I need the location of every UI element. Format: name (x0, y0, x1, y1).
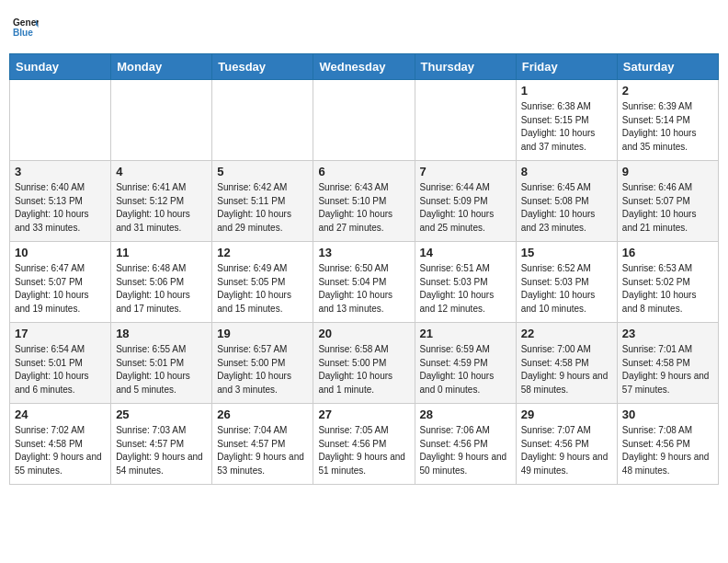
calendar-cell: 8Sunrise: 6:45 AM Sunset: 5:08 PM Daylig… (516, 161, 617, 242)
cell-info: Sunrise: 6:46 AM Sunset: 5:07 PM Dayligh… (622, 181, 713, 235)
cell-info: Sunrise: 7:02 AM Sunset: 4:58 PM Dayligh… (15, 424, 106, 477)
cell-info: Sunrise: 6:59 AM Sunset: 4:59 PM Dayligh… (420, 343, 511, 396)
day-number: 8 (521, 165, 612, 178)
day-number: 1 (521, 84, 612, 98)
cell-info: Sunrise: 6:52 AM Sunset: 5:03 PM Dayligh… (521, 262, 612, 316)
day-number: 25 (116, 408, 207, 421)
calendar-cell: 17Sunrise: 6:54 AM Sunset: 5:01 PM Dayli… (10, 323, 111, 404)
cell-info: Sunrise: 7:01 AM Sunset: 4:58 PM Dayligh… (622, 343, 713, 396)
calendar-cell: 11Sunrise: 6:48 AM Sunset: 5:06 PM Dayli… (111, 242, 212, 323)
calendar-cell: 6Sunrise: 6:43 AM Sunset: 5:10 PM Daylig… (313, 161, 415, 242)
day-number: 4 (116, 165, 207, 178)
page-header: General Blue (9, 9, 719, 46)
day-number: 22 (521, 327, 612, 340)
calendar-cell: 7Sunrise: 6:44 AM Sunset: 5:09 PM Daylig… (415, 161, 516, 242)
calendar-cell: 25Sunrise: 7:03 AM Sunset: 4:57 PM Dayli… (111, 404, 212, 485)
calendar-cell (415, 80, 516, 161)
day-number: 29 (521, 408, 612, 421)
cell-info: Sunrise: 6:51 AM Sunset: 5:03 PM Dayligh… (420, 262, 511, 316)
calendar-cell: 9Sunrise: 6:46 AM Sunset: 5:07 PM Daylig… (617, 161, 718, 242)
calendar-cell: 18Sunrise: 6:55 AM Sunset: 5:01 PM Dayli… (111, 323, 212, 404)
calendar-cell: 24Sunrise: 7:02 AM Sunset: 4:58 PM Dayli… (10, 404, 111, 485)
cell-info: Sunrise: 6:41 AM Sunset: 5:12 PM Dayligh… (116, 181, 207, 235)
cell-info: Sunrise: 6:49 AM Sunset: 5:05 PM Dayligh… (217, 262, 308, 316)
calendar-cell: 12Sunrise: 6:49 AM Sunset: 5:05 PM Dayli… (212, 242, 313, 323)
weekday-friday: Friday (516, 54, 617, 80)
calendar-cell: 3Sunrise: 6:40 AM Sunset: 5:13 PM Daylig… (10, 161, 111, 242)
cell-info: Sunrise: 6:53 AM Sunset: 5:02 PM Dayligh… (622, 262, 713, 316)
day-number: 10 (15, 246, 106, 259)
calendar-cell: 13Sunrise: 6:50 AM Sunset: 5:04 PM Dayli… (313, 242, 415, 323)
calendar-cell: 5Sunrise: 6:42 AM Sunset: 5:11 PM Daylig… (212, 161, 313, 242)
day-number: 5 (217, 165, 308, 178)
calendar-cell: 30Sunrise: 7:08 AM Sunset: 4:56 PM Dayli… (617, 404, 718, 485)
day-number: 27 (318, 408, 409, 421)
day-number: 12 (217, 246, 308, 259)
cell-info: Sunrise: 7:07 AM Sunset: 4:56 PM Dayligh… (521, 424, 612, 477)
logo-icon: General Blue (13, 15, 39, 40)
day-number: 28 (420, 408, 511, 421)
weekday-tuesday: Tuesday (212, 54, 313, 80)
calendar-cell: 29Sunrise: 7:07 AM Sunset: 4:56 PM Dayli… (516, 404, 617, 485)
week-row-3: 10Sunrise: 6:47 AM Sunset: 5:07 PM Dayli… (10, 242, 719, 323)
calendar-cell: 15Sunrise: 6:52 AM Sunset: 5:03 PM Dayli… (516, 242, 617, 323)
calendar-body: 1Sunrise: 6:38 AM Sunset: 5:15 PM Daylig… (10, 80, 719, 485)
svg-text:General: General (13, 17, 39, 28)
day-number: 30 (622, 408, 713, 421)
weekday-sunday: Sunday (10, 54, 111, 80)
day-number: 24 (15, 408, 106, 421)
calendar-cell: 4Sunrise: 6:41 AM Sunset: 5:12 PM Daylig… (111, 161, 212, 242)
calendar-cell: 27Sunrise: 7:05 AM Sunset: 4:56 PM Dayli… (313, 404, 415, 485)
day-number: 26 (217, 408, 308, 421)
calendar-cell: 23Sunrise: 7:01 AM Sunset: 4:58 PM Dayli… (617, 323, 718, 404)
day-number: 16 (622, 246, 713, 259)
day-number: 19 (217, 327, 308, 340)
weekday-wednesday: Wednesday (313, 54, 415, 80)
calendar-cell: 14Sunrise: 6:51 AM Sunset: 5:03 PM Dayli… (415, 242, 516, 323)
svg-text:Blue: Blue (13, 28, 33, 38)
cell-info: Sunrise: 6:47 AM Sunset: 5:07 PM Dayligh… (15, 262, 106, 316)
cell-info: Sunrise: 7:08 AM Sunset: 4:56 PM Dayligh… (622, 424, 713, 477)
cell-info: Sunrise: 6:38 AM Sunset: 5:15 PM Dayligh… (521, 100, 612, 154)
day-number: 7 (420, 165, 511, 178)
day-number: 11 (116, 246, 207, 259)
day-number: 20 (318, 327, 409, 340)
week-row-4: 17Sunrise: 6:54 AM Sunset: 5:01 PM Dayli… (10, 323, 719, 404)
calendar-cell: 16Sunrise: 6:53 AM Sunset: 5:02 PM Dayli… (617, 242, 718, 323)
cell-info: Sunrise: 6:50 AM Sunset: 5:04 PM Dayligh… (318, 262, 409, 316)
cell-info: Sunrise: 7:00 AM Sunset: 4:58 PM Dayligh… (521, 343, 612, 396)
day-number: 21 (420, 327, 511, 340)
day-number: 23 (622, 327, 713, 340)
calendar-cell: 2Sunrise: 6:39 AM Sunset: 5:14 PM Daylig… (617, 80, 718, 161)
cell-info: Sunrise: 6:39 AM Sunset: 5:14 PM Dayligh… (622, 100, 713, 154)
calendar-cell: 19Sunrise: 6:57 AM Sunset: 5:00 PM Dayli… (212, 323, 313, 404)
calendar-cell: 10Sunrise: 6:47 AM Sunset: 5:07 PM Dayli… (10, 242, 111, 323)
cell-info: Sunrise: 7:05 AM Sunset: 4:56 PM Dayligh… (318, 424, 409, 477)
day-number: 9 (622, 165, 713, 178)
day-number: 14 (420, 246, 511, 259)
week-row-2: 3Sunrise: 6:40 AM Sunset: 5:13 PM Daylig… (10, 161, 719, 242)
calendar-cell (313, 80, 415, 161)
calendar-cell: 21Sunrise: 6:59 AM Sunset: 4:59 PM Dayli… (415, 323, 516, 404)
logo: General Blue (13, 15, 39, 40)
cell-info: Sunrise: 6:42 AM Sunset: 5:11 PM Dayligh… (217, 181, 308, 235)
calendar-table: SundayMondayTuesdayWednesdayThursdayFrid… (9, 53, 719, 485)
week-row-5: 24Sunrise: 7:02 AM Sunset: 4:58 PM Dayli… (10, 404, 719, 485)
cell-info: Sunrise: 6:45 AM Sunset: 5:08 PM Dayligh… (521, 181, 612, 235)
weekday-header-row: SundayMondayTuesdayWednesdayThursdayFrid… (10, 54, 719, 80)
weekday-thursday: Thursday (415, 54, 516, 80)
calendar-cell: 28Sunrise: 7:06 AM Sunset: 4:56 PM Dayli… (415, 404, 516, 485)
cell-info: Sunrise: 6:58 AM Sunset: 5:00 PM Dayligh… (318, 343, 409, 396)
cell-info: Sunrise: 6:57 AM Sunset: 5:00 PM Dayligh… (217, 343, 308, 396)
day-number: 2 (622, 84, 713, 98)
calendar-cell: 26Sunrise: 7:04 AM Sunset: 4:57 PM Dayli… (212, 404, 313, 485)
cell-info: Sunrise: 7:06 AM Sunset: 4:56 PM Dayligh… (420, 424, 511, 477)
day-number: 18 (116, 327, 207, 340)
cell-info: Sunrise: 6:55 AM Sunset: 5:01 PM Dayligh… (116, 343, 207, 396)
week-row-1: 1Sunrise: 6:38 AM Sunset: 5:15 PM Daylig… (10, 80, 719, 161)
calendar-cell (212, 80, 313, 161)
cell-info: Sunrise: 6:44 AM Sunset: 5:09 PM Dayligh… (420, 181, 511, 235)
cell-info: Sunrise: 6:48 AM Sunset: 5:06 PM Dayligh… (116, 262, 207, 316)
cell-info: Sunrise: 6:43 AM Sunset: 5:10 PM Dayligh… (318, 181, 409, 235)
cell-info: Sunrise: 7:04 AM Sunset: 4:57 PM Dayligh… (217, 424, 308, 477)
